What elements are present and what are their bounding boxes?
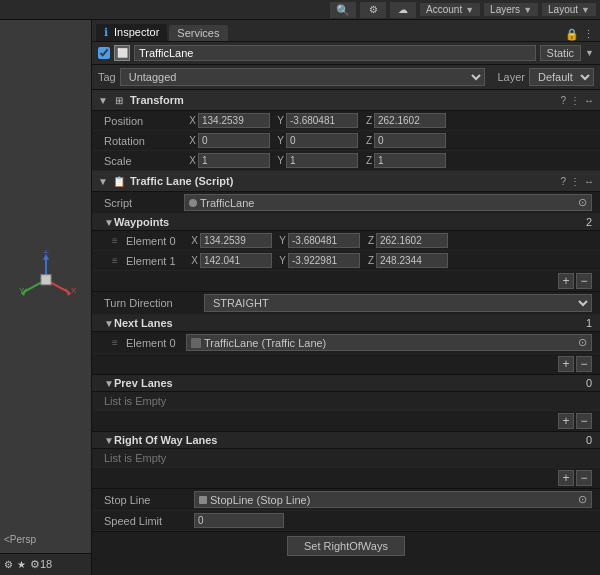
tab-inspector[interactable]: ℹ Inspector bbox=[96, 24, 167, 41]
layers-count: ⚙18 bbox=[30, 558, 52, 571]
prev-lanes-add-btn[interactable]: + bbox=[558, 413, 574, 429]
prev-lanes-label: Prev Lanes bbox=[114, 377, 586, 389]
script-pick-btn[interactable]: ⊙ bbox=[578, 196, 587, 209]
prev-lanes-empty-text: List is Empty bbox=[104, 395, 166, 407]
more-btn[interactable]: ⋮ bbox=[583, 28, 594, 41]
layout-label: Layout bbox=[548, 4, 578, 15]
scale-z-input[interactable] bbox=[374, 153, 446, 168]
element0-label: Element 0 bbox=[126, 235, 186, 247]
turn-direction-dropdown[interactable]: STRAIGHT LEFT RIGHT bbox=[204, 294, 592, 312]
turn-direction-row: Turn Direction STRAIGHT LEFT RIGHT bbox=[92, 292, 600, 315]
traffic-lane-header[interactable]: ▼ 📋 Traffic Lane (Script) ? ⋮ ↔ bbox=[92, 171, 600, 192]
scale-y-input[interactable] bbox=[286, 153, 358, 168]
settings-button[interactable]: ⚙ bbox=[360, 2, 386, 18]
scale-x-input[interactable] bbox=[198, 153, 270, 168]
right-of-way-header[interactable]: ▼ Right Of Way Lanes 0 bbox=[92, 432, 600, 449]
waypoint-element-1: ≡ Element 1 X Y Z bbox=[92, 251, 600, 271]
scene-view[interactable]: Z X Y <Persp bbox=[0, 20, 91, 553]
next-lanes-remove-btn[interactable]: − bbox=[576, 356, 592, 372]
tab-services[interactable]: Services bbox=[169, 25, 227, 41]
pos-x-input[interactable] bbox=[198, 113, 270, 128]
stop-line-pick-btn[interactable]: ⊙ bbox=[578, 493, 587, 506]
e1-x-axis: X bbox=[186, 255, 198, 266]
waypoints-remove-btn[interactable]: − bbox=[576, 273, 592, 289]
scene-star-btn[interactable]: ★ bbox=[17, 559, 26, 570]
row-add-btn[interactable]: + bbox=[558, 470, 574, 486]
layer-dropdown[interactable]: Default bbox=[529, 68, 594, 86]
rot-x-input[interactable] bbox=[198, 133, 270, 148]
rot-y-input[interactable] bbox=[286, 133, 358, 148]
svg-text:Y: Y bbox=[19, 285, 25, 294]
nl-e0-pick-btn[interactable]: ⊙ bbox=[578, 336, 587, 349]
inspector-tab-label: Inspector bbox=[114, 26, 159, 38]
layers-button[interactable]: Layers ▼ bbox=[484, 3, 538, 16]
e0-x-input[interactable] bbox=[200, 233, 272, 248]
nl-e0-name: TrafficLane (Traffic Lane) bbox=[204, 337, 326, 349]
static-label: Static bbox=[547, 47, 575, 59]
inspector-content[interactable]: ⬜ Static ▼ Tag Untagged Layer Default bbox=[92, 42, 600, 575]
static-dropdown-arrow: ▼ bbox=[585, 48, 594, 58]
e1-y-axis: Y bbox=[274, 255, 286, 266]
e0-z-input[interactable] bbox=[376, 233, 448, 248]
set-rightofways-button[interactable]: Set RightOfWays bbox=[287, 536, 405, 556]
turn-direction-label: Turn Direction bbox=[104, 297, 204, 309]
waypoints-header[interactable]: ▼ Waypoints 2 bbox=[92, 214, 600, 231]
svg-text:X: X bbox=[71, 285, 76, 294]
traffic-lane-extra-btn[interactable]: ↔ bbox=[584, 176, 594, 187]
lock-btn[interactable]: 🔒 bbox=[565, 28, 579, 41]
right-of-way-empty: List is Empty bbox=[92, 449, 600, 468]
e0-x-axis: X bbox=[186, 235, 198, 246]
settings-icon: ⚙ bbox=[366, 3, 380, 17]
element1-label: Element 1 bbox=[126, 255, 186, 267]
e0-y-input[interactable] bbox=[288, 233, 360, 248]
rot-x-axis: X bbox=[184, 135, 196, 146]
prev-lanes-remove-btn[interactable]: − bbox=[576, 413, 592, 429]
rot-z-input[interactable] bbox=[374, 133, 446, 148]
e1-x-input[interactable] bbox=[200, 253, 272, 268]
account-button[interactable]: Account ▼ bbox=[420, 3, 480, 16]
object-active-checkbox[interactable] bbox=[98, 47, 110, 59]
traffic-lane-expand-arrow: ▼ bbox=[98, 176, 108, 187]
transform-header[interactable]: ▼ ⊞ Transform ? ⋮ ↔ bbox=[92, 90, 600, 111]
transform-expand-arrow: ▼ bbox=[98, 95, 108, 106]
script-label: Script bbox=[104, 197, 184, 209]
pos-z-input[interactable] bbox=[374, 113, 446, 128]
layers-label: Layers bbox=[490, 4, 520, 15]
nl-e0-field: TrafficLane (Traffic Lane) ⊙ bbox=[186, 334, 592, 351]
cloud-button[interactable]: ☁ bbox=[390, 2, 416, 18]
rot-z-axis: Z bbox=[360, 135, 372, 146]
pos-y-input[interactable] bbox=[286, 113, 358, 128]
nl-e0-icon bbox=[191, 338, 201, 348]
rot-y-axis: Y bbox=[272, 135, 284, 146]
next-lanes-count: 1 bbox=[586, 317, 592, 329]
tag-dropdown[interactable]: Untagged bbox=[120, 68, 486, 86]
transform-settings-btn[interactable]: ⋮ bbox=[570, 95, 580, 106]
layout-button[interactable]: Layout ▼ bbox=[542, 3, 596, 16]
traffic-lane-help-btn[interactable]: ? bbox=[560, 176, 566, 187]
e1-y-input[interactable] bbox=[288, 253, 360, 268]
transform-help-btn[interactable]: ? bbox=[560, 95, 566, 106]
object-name-input[interactable] bbox=[134, 45, 536, 61]
inspector-toolbar: 🔒 ⋮ bbox=[565, 28, 596, 41]
transform-extra-btn[interactable]: ↔ bbox=[584, 95, 594, 106]
waypoints-add-btn[interactable]: + bbox=[558, 273, 574, 289]
inspector-tabs: ℹ Inspector Services 🔒 ⋮ bbox=[92, 20, 600, 42]
next-lanes-header[interactable]: ▼ Next Lanes 1 bbox=[92, 315, 600, 332]
stop-line-row: Stop Line StopLine (Stop Line) ⊙ bbox=[92, 489, 600, 511]
scene-settings-btn[interactable]: ⚙ bbox=[4, 559, 13, 570]
object-header: ⬜ Static ▼ bbox=[92, 42, 600, 65]
row-remove-btn[interactable]: − bbox=[576, 470, 592, 486]
traffic-lane-settings-btn[interactable]: ⋮ bbox=[570, 176, 580, 187]
waypoint-element-0: ≡ Element 0 X Y Z bbox=[92, 231, 600, 251]
next-lanes-add-btn[interactable]: + bbox=[558, 356, 574, 372]
stop-line-ref: StopLine (Stop Line) ⊙ bbox=[194, 491, 592, 508]
scale-label: Scale bbox=[104, 155, 184, 167]
prev-lanes-header[interactable]: ▼ Prev Lanes 0 bbox=[92, 375, 600, 392]
static-button[interactable]: Static bbox=[540, 45, 582, 61]
prev-lanes-expand: ▼ bbox=[104, 378, 114, 389]
e1-z-input[interactable] bbox=[376, 253, 448, 268]
speed-limit-input[interactable] bbox=[194, 513, 284, 528]
scale-x-axis: X bbox=[184, 155, 196, 166]
svg-text:Z: Z bbox=[44, 249, 49, 254]
search-button[interactable]: 🔍 bbox=[330, 2, 356, 18]
